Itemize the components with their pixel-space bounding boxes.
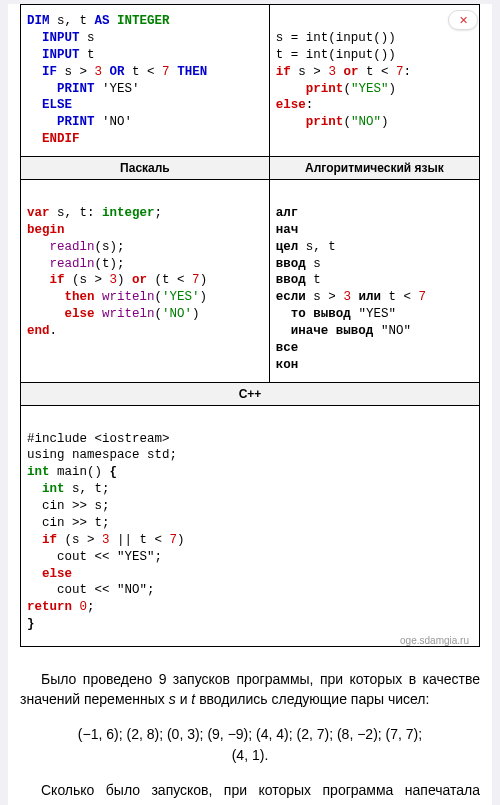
close-glyph: ✕ xyxy=(459,14,468,27)
header-cpp: С++ xyxy=(21,382,480,405)
row-pascal-algo: var s, t: integer; begin readln(s); read… xyxy=(21,180,480,383)
pairs-line2: (4, 1). xyxy=(232,747,269,763)
row-cpp: #include <iostream> using namespace std;… xyxy=(21,405,480,646)
question-text: Сколько было запусков, при которых прогр… xyxy=(20,780,480,805)
cell-cpp: #include <iostream> using namespace std;… xyxy=(21,405,480,646)
header-pascal: Паскаль xyxy=(21,157,270,180)
header-algo: Алгоритмический язык xyxy=(269,157,479,180)
pairs-line1: (−1, 6); (2, 8); (0, 3); (9, −9); (4, 4)… xyxy=(78,726,422,742)
code-python: s = int(input()) t = int(input()) if s >… xyxy=(276,13,473,131)
code-algo: алг нач цел s, t ввод s ввод t если s > … xyxy=(276,188,473,374)
page: ✕ DIM s, t AS INTEGER INPUT s INPUT t IF… xyxy=(8,4,492,805)
cell-pascal: var s, t: integer; begin readln(s); read… xyxy=(21,180,270,383)
close-icon[interactable]: ✕ xyxy=(448,10,478,30)
code-table: DIM s, t AS INTEGER INPUT s INPUT t IF s… xyxy=(20,4,480,647)
cell-python: s = int(input()) t = int(input()) if s >… xyxy=(269,5,479,157)
row-header-pascal-algo: Паскаль Алгоритмический язык xyxy=(21,157,480,180)
cell-basic: DIM s, t AS INTEGER INPUT s INPUT t IF s… xyxy=(21,5,270,157)
watermark: oge.sdamgia.ru xyxy=(27,633,473,646)
row-header-cpp: С++ xyxy=(21,382,480,405)
body-paragraph: Было проведено 9 запусков программы, при… xyxy=(20,669,480,710)
pairs-list: (−1, 6); (2, 8); (0, 3); (9, −9); (4, 4)… xyxy=(20,724,480,766)
row-basic-python: DIM s, t AS INTEGER INPUT s INPUT t IF s… xyxy=(21,5,480,157)
code-pascal: var s, t: integer; begin readln(s); read… xyxy=(27,188,263,340)
cell-algo: алг нач цел s, t ввод s ввод t если s > … xyxy=(269,180,479,383)
code-cpp: #include <iostream> using namespace std;… xyxy=(27,414,473,633)
code-basic: DIM s, t AS INTEGER INPUT s INPUT t IF s… xyxy=(27,13,263,148)
